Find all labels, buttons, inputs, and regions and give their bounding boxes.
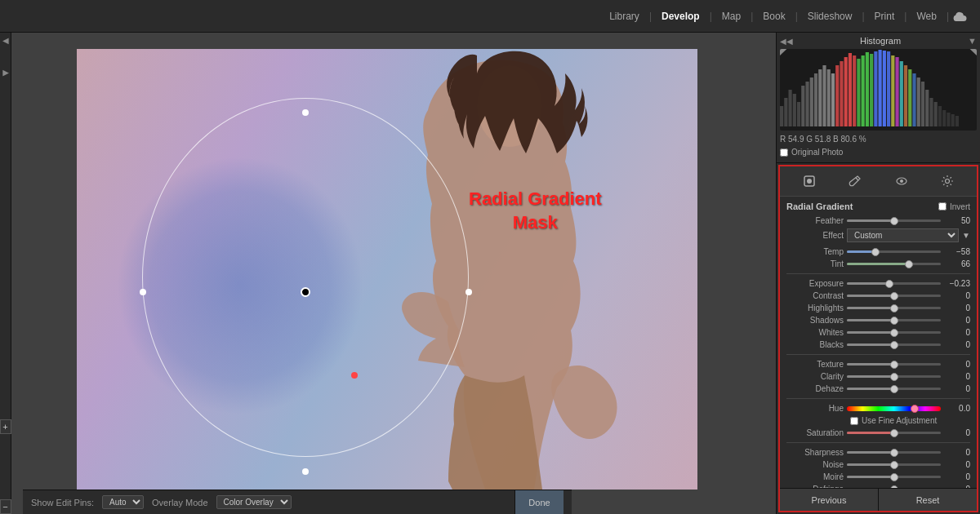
reset-button[interactable]: Reset <box>879 489 977 511</box>
nav-library[interactable]: Library <box>603 7 646 25</box>
saturation-value: 0 <box>944 428 970 437</box>
blacks-slider[interactable] <box>847 343 941 346</box>
noise-slider[interactable] <box>847 463 941 466</box>
fine-adjustment-row: Use Fine Adjustment <box>786 416 970 425</box>
ctrl-point-right[interactable] <box>466 289 472 295</box>
shadows-slider[interactable] <box>847 319 941 321</box>
texture-label: Texture <box>786 360 844 369</box>
sharpness-value: 0 <box>944 448 970 457</box>
svg-rect-36 <box>929 98 933 126</box>
mask-tool-btn[interactable] <box>800 171 819 191</box>
feather-row: Feather 50 <box>786 216 970 225</box>
svg-rect-25 <box>883 51 886 126</box>
clarity-row: Clarity 0 <box>786 372 970 381</box>
saturation-slider[interactable] <box>847 432 941 434</box>
dehaze-value: 0 <box>944 384 970 393</box>
previous-button[interactable]: Previous <box>780 489 879 511</box>
right-panel-inner: Radial Gradient Invert Feather 50 <box>778 165 978 512</box>
svg-rect-6 <box>801 86 804 126</box>
gear-tool-btn[interactable] <box>938 171 957 191</box>
moire-row: Moiré 0 <box>786 472 970 481</box>
invert-checkbox[interactable] <box>938 202 947 210</box>
effect-dropdown[interactable]: Custom <box>847 228 959 242</box>
tint-value: 66 <box>944 259 970 268</box>
nav-print[interactable]: Print <box>868 7 902 25</box>
exposure-slider[interactable] <box>847 282 941 285</box>
effect-row: Effect Custom ▼ <box>786 228 970 242</box>
hue-slider[interactable] <box>847 406 941 411</box>
bottom-bar: Show Edit Pins: Auto Overlay Mode Color … <box>23 490 572 514</box>
histogram-title: Histogram <box>860 36 901 46</box>
show-edit-pins-dropdown[interactable]: Auto <box>102 495 144 509</box>
zoom-out-btn[interactable]: − <box>0 499 11 514</box>
svg-rect-4 <box>793 94 796 126</box>
svg-rect-31 <box>908 69 911 126</box>
nav-map[interactable]: Map <box>715 7 747 25</box>
svg-rect-20 <box>862 55 865 126</box>
overlay-mode-dropdown[interactable]: Color Overlay <box>216 495 292 509</box>
nav-items: Library | Develop | Map | Book | Slidesh… <box>603 7 967 25</box>
done-button[interactable]: Done <box>514 490 564 515</box>
temp-slider[interactable] <box>847 250 941 253</box>
svg-rect-17 <box>849 53 852 126</box>
radial-gradient-header: Radial Gradient Invert <box>786 202 970 211</box>
zoom-in-btn[interactable]: + <box>0 419 11 434</box>
brush-tool-btn[interactable] <box>845 171 865 191</box>
ctrl-point-center[interactable] <box>301 287 310 297</box>
highlights-slider[interactable] <box>847 307 941 309</box>
svg-rect-41 <box>951 114 955 126</box>
svg-rect-14 <box>835 65 839 126</box>
whites-value: 0 <box>944 328 970 337</box>
svg-point-46 <box>807 179 812 184</box>
original-photo-row: Original Photo <box>780 148 977 157</box>
svg-marker-44 <box>970 49 977 55</box>
panel-collapse-arrows[interactable]: ◀◀ <box>780 37 793 46</box>
radial-gradient-title: Radial Gradient <box>786 202 853 211</box>
left-panel-label: ◀ <box>1 69 10 78</box>
svg-rect-1 <box>780 106 783 126</box>
ctrl-point-left[interactable] <box>140 289 146 295</box>
clarity-slider[interactable] <box>847 375 941 378</box>
nav-book[interactable]: Book <box>756 7 791 25</box>
texture-slider[interactable] <box>847 363 941 366</box>
whites-slider[interactable] <box>847 331 941 334</box>
histogram-menu[interactable]: ▼ <box>968 36 977 46</box>
svg-rect-11 <box>822 65 826 126</box>
cloud-icon[interactable] <box>952 9 967 24</box>
left-sidebar: ◀ ◀ + − <box>0 33 11 514</box>
radial-gradient-controls: Radial Gradient Invert Feather 50 <box>780 197 977 488</box>
svg-rect-21 <box>866 52 869 126</box>
ctrl-point-rotate[interactable] <box>351 372 358 379</box>
right-panel: ◀◀ Histogram ▼ <box>776 33 980 514</box>
contrast-slider[interactable] <box>847 295 941 297</box>
eye-tool-btn[interactable] <box>892 171 911 191</box>
tint-slider[interactable] <box>847 263 941 265</box>
nav-develop[interactable]: Develop <box>655 7 706 25</box>
nav-slideshow[interactable]: Slideshow <box>801 7 859 25</box>
effect-arrow[interactable]: ▼ <box>962 231 970 240</box>
ctrl-point-bottom[interactable] <box>302 468 309 475</box>
divider-3 <box>786 398 970 399</box>
svg-line-47 <box>856 178 858 180</box>
ctrl-point-top[interactable] <box>302 109 309 116</box>
moire-slider[interactable] <box>847 476 941 478</box>
svg-rect-24 <box>879 50 882 126</box>
fine-adjustment-label[interactable]: Use Fine Adjustment <box>862 416 937 425</box>
original-photo-checkbox[interactable] <box>780 148 788 157</box>
collapse-left-arrow[interactable]: ◀ <box>2 36 9 45</box>
svg-rect-13 <box>831 73 835 126</box>
svg-rect-22 <box>870 54 873 126</box>
svg-rect-32 <box>912 73 915 126</box>
invert-label[interactable]: Invert <box>950 202 970 211</box>
exposure-label: Exposure <box>786 279 844 288</box>
svg-rect-40 <box>947 113 950 126</box>
mask-label: Radial Gradient Mask <box>469 188 602 234</box>
fine-adjustment-checkbox[interactable] <box>850 417 858 425</box>
feather-slider[interactable] <box>847 219 941 222</box>
nav-web[interactable]: Web <box>910 7 942 25</box>
exposure-value: −0.23 <box>944 279 970 288</box>
invert-row: Invert <box>938 202 970 211</box>
sharpness-slider[interactable] <box>847 451 941 454</box>
sharpness-row: Sharpness 0 <box>786 448 970 457</box>
dehaze-slider[interactable] <box>847 388 941 390</box>
